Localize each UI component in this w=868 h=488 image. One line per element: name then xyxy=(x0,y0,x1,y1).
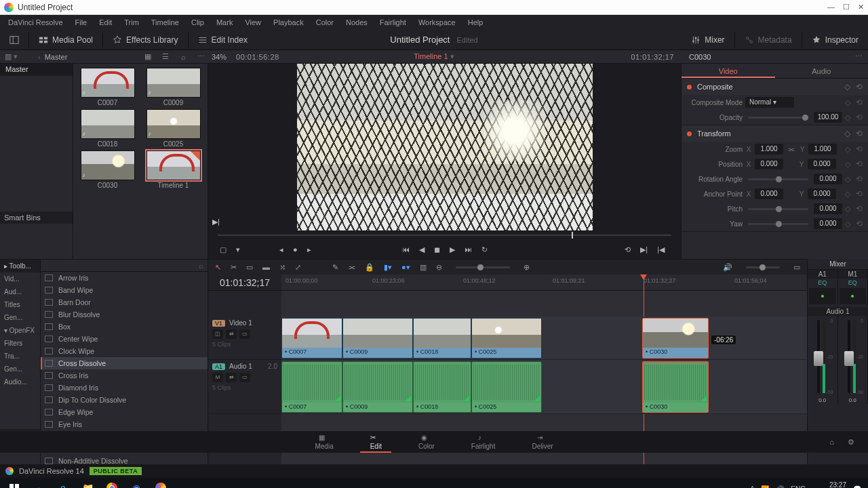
solo-icon[interactable]: ⇄ xyxy=(226,373,237,382)
menu-view[interactable]: View xyxy=(239,17,267,28)
transition-clock-wipe[interactable]: Clock Wipe xyxy=(41,345,208,357)
zoom-out-icon[interactable]: ⊖ xyxy=(436,263,442,272)
transition-diamond-iris[interactable]: Diamond Iris xyxy=(41,382,208,394)
opacity-value[interactable]: 100.00 xyxy=(814,112,842,123)
bin-view-icon[interactable]: ▥ xyxy=(3,52,14,62)
resolve-icon[interactable] xyxy=(149,479,172,488)
keyframe-icon[interactable]: ◇ xyxy=(845,98,850,107)
transition-center-wipe[interactable]: Center Wipe xyxy=(41,333,208,345)
flag-icon[interactable]: ▮▾ xyxy=(384,263,392,272)
fx-cat-openfx[interactable]: ▾ OpenFX xyxy=(0,324,40,337)
fit-icon[interactable]: ⤢ xyxy=(295,263,301,272)
step-back-icon[interactable]: ◀ xyxy=(419,245,425,254)
menu-edit[interactable]: Edit xyxy=(94,17,117,28)
bin-tree[interactable]: Master Smart Bins xyxy=(0,64,73,259)
snap-icon[interactable]: ▥ xyxy=(420,263,427,272)
fx-cat-vid[interactable]: Vid... xyxy=(0,272,40,285)
search-taskbar-icon[interactable]: ⌕ xyxy=(27,479,50,488)
prev-clip-icon[interactable]: |◀ xyxy=(657,245,665,254)
marker-icon[interactable]: ●▾ xyxy=(401,263,410,272)
menu-fairlight[interactable]: Fairlight xyxy=(374,17,412,28)
zoom-in-icon[interactable]: ⊕ xyxy=(524,263,530,272)
viewer-image[interactable] xyxy=(297,64,593,230)
timeline-ruler[interactable]: 01:00:00;0001:00:23;0601:00:48;1201:01:0… xyxy=(281,274,807,290)
prev-edit-icon[interactable]: ◂ xyxy=(279,245,283,254)
notifications-icon[interactable]: 💬 xyxy=(853,485,861,489)
blade-tool-icon[interactable]: ✂ xyxy=(231,263,237,272)
crop-icon[interactable]: ▢ xyxy=(220,245,226,254)
app-icon[interactable]: ◉ xyxy=(125,479,148,488)
viewer-zoom[interactable]: 34% xyxy=(212,53,226,61)
pitch-slider[interactable] xyxy=(748,208,808,210)
explorer-icon[interactable]: 📁 xyxy=(76,479,99,488)
anchor-y[interactable]: 0.000 xyxy=(808,188,836,199)
inspector-toggle[interactable]: Inspector xyxy=(805,33,865,47)
timeline-zoom-slider[interactable] xyxy=(456,266,510,268)
fx-cat-gen[interactable]: Gen... xyxy=(0,363,40,375)
metadata-toggle[interactable]: Metadata xyxy=(738,33,799,47)
composite-mode-dropdown[interactable]: Normal ▾ xyxy=(745,97,794,108)
transition-box[interactable]: Box xyxy=(41,321,208,333)
pitch-value[interactable]: 0.000 xyxy=(814,203,842,214)
keyframe-icon[interactable]: ◇ xyxy=(844,129,850,138)
transition-band-wipe[interactable]: Band Wipe xyxy=(41,284,208,296)
menu-mark[interactable]: Mark xyxy=(211,17,238,28)
reset-icon[interactable]: ⟲ xyxy=(856,98,863,107)
network-icon[interactable]: 📶 xyxy=(761,485,769,489)
audio-clip-c0030[interactable]: • C0030 xyxy=(642,361,709,413)
clip-c0025[interactable]: ♪C0025 xyxy=(143,109,203,148)
media-pool-toggle[interactable]: Media Pool xyxy=(32,33,100,47)
anchor-x[interactable]: 0.000 xyxy=(755,188,783,199)
dim-icon[interactable]: ▭ xyxy=(793,263,800,272)
list-view-icon[interactable]: ☰ xyxy=(160,52,171,62)
menu-trim[interactable]: Trim xyxy=(119,17,144,28)
rotation-slider[interactable] xyxy=(748,178,808,180)
master-bin[interactable]: Master xyxy=(0,64,73,76)
composite-section-header[interactable]: Composite◇⟲ xyxy=(682,79,868,95)
inspector-tab-video[interactable]: Video xyxy=(682,64,775,78)
menu-timeline[interactable]: Timeline xyxy=(146,17,184,28)
page-tab-edit[interactable]: ✂Edit xyxy=(370,434,382,450)
timeline-name[interactable]: Timeline 1 ▾ xyxy=(414,52,454,61)
menu-playback[interactable]: Playback xyxy=(268,17,309,28)
menu-davinci-resolve[interactable]: DaVinci Resolve xyxy=(3,17,68,28)
opacity-slider[interactable] xyxy=(748,117,808,119)
tray-chevron-icon[interactable]: ˄ xyxy=(751,485,754,489)
lock-track-icon[interactable]: ⇄ xyxy=(226,329,237,339)
audio-clip-c0025[interactable]: • C0025 xyxy=(471,361,542,413)
inspector-tab-audio[interactable]: Audio xyxy=(775,64,869,78)
fader-a1[interactable]: 0-20-500.0 xyxy=(808,316,838,404)
chevron-down-icon[interactable]: ▾ xyxy=(236,245,240,254)
transition-edge-wipe[interactable]: Edge Wipe xyxy=(41,406,208,418)
clip-c0007[interactable]: ♪C0007 xyxy=(77,68,138,106)
menu-file[interactable]: File xyxy=(70,17,93,28)
pan-control[interactable] xyxy=(840,288,867,304)
eq-button[interactable]: EQ xyxy=(838,279,868,287)
search-icon[interactable]: ⌕ xyxy=(199,262,203,270)
transition-arrow-iris[interactable]: Arrow Iris xyxy=(41,272,208,284)
menu-help[interactable]: Help xyxy=(462,17,489,28)
lock-icon[interactable]: 🔒 xyxy=(365,263,374,272)
clock[interactable]: 23:2719.06.2017 xyxy=(812,481,846,488)
page-tab-media[interactable]: ▦Media xyxy=(315,434,333,450)
arm-icon[interactable]: ▭ xyxy=(239,373,250,382)
keyframe-icon[interactable]: ◇ xyxy=(845,113,850,122)
link-tool-icon[interactable]: ⫘ xyxy=(348,263,355,271)
video-clip-c0009[interactable]: • C0009 xyxy=(342,318,413,359)
video-clip-c0025[interactable]: • C0025 xyxy=(471,318,542,359)
go-end-icon[interactable]: ⏭ xyxy=(465,245,472,253)
page-tab-color[interactable]: ◉Color xyxy=(418,434,435,450)
transition-eye-iris[interactable]: Eye Iris xyxy=(41,418,208,430)
menu-clip[interactable]: Clip xyxy=(186,17,210,28)
audio-clip-c0007[interactable]: • C0007 xyxy=(281,361,342,413)
fx-cat-aud[interactable]: Aud... xyxy=(0,285,40,298)
video-clip-c0030[interactable]: • C0030 xyxy=(642,318,709,359)
replace-icon[interactable]: ⤮ xyxy=(279,263,285,272)
edit-index-toggle[interactable]: Edit Index xyxy=(191,33,254,47)
speaker-icon[interactable]: 🔊 xyxy=(723,263,732,272)
transition-dip-to-color-dissolve[interactable]: Dip To Color Dissolve xyxy=(41,394,208,406)
fx-cat-toolbox[interactable]: ▸ Toolb... xyxy=(0,260,40,272)
menu-color[interactable]: Color xyxy=(311,17,339,28)
pos-y[interactable]: 0.000 xyxy=(808,159,836,169)
smart-bins-header[interactable]: Smart Bins xyxy=(0,211,73,224)
